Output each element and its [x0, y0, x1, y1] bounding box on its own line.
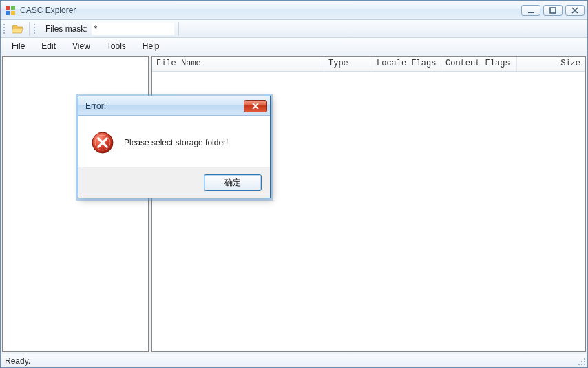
statusbar: Ready.: [1, 354, 587, 367]
files-mask-input[interactable]: [92, 23, 174, 35]
error-icon: [91, 131, 114, 154]
dialog-close-button[interactable]: [244, 100, 267, 112]
toolbar-separator: [29, 22, 30, 36]
dialog-body: Please select storage folder!: [78, 116, 270, 167]
list-header: File Name Type Locale Flags Content Flag…: [152, 57, 585, 72]
menubar: File Edit View Tools Help: [1, 38, 587, 54]
toolbar-separator: [178, 22, 179, 36]
status-text: Ready.: [5, 356, 30, 366]
toolbar-grip[interactable]: [34, 23, 37, 35]
main-window: CASC Explorer Files mask:: [0, 0, 588, 368]
svg-point-9: [578, 364, 580, 365]
resize-grip-icon[interactable]: [578, 358, 586, 366]
menu-edit[interactable]: Edit: [33, 38, 64, 54]
svg-rect-5: [550, 8, 556, 13]
svg-point-11: [584, 358, 585, 360]
files-mask-label: Files mask:: [45, 24, 87, 34]
svg-rect-0: [6, 6, 10, 10]
menu-help[interactable]: Help: [134, 38, 168, 54]
svg-rect-2: [6, 11, 10, 15]
col-size[interactable]: Size: [517, 57, 585, 71]
col-file-name[interactable]: File Name: [152, 57, 324, 71]
toolbar: Files mask:: [1, 20, 587, 38]
menu-file[interactable]: File: [3, 38, 33, 54]
col-type[interactable]: Type: [324, 57, 372, 71]
window-title: CASC Explorer: [20, 6, 76, 15]
svg-point-7: [581, 364, 582, 365]
close-button[interactable]: [565, 5, 585, 16]
error-dialog: Error!: [78, 96, 271, 198]
app-icon: [5, 5, 16, 16]
menu-view[interactable]: View: [64, 38, 98, 54]
svg-point-10: [581, 361, 582, 362]
open-folder-icon[interactable]: [12, 23, 25, 35]
dialog-title: Error!: [85, 101, 106, 111]
svg-rect-1: [11, 6, 15, 10]
svg-point-6: [584, 364, 585, 365]
svg-rect-4: [528, 12, 534, 13]
svg-rect-3: [11, 11, 15, 15]
menu-tools[interactable]: Tools: [98, 38, 134, 54]
dialog-ok-button[interactable]: 确定: [204, 174, 262, 191]
minimize-button[interactable]: [521, 5, 540, 16]
window-controls: [521, 5, 585, 16]
svg-point-8: [584, 361, 585, 362]
col-content-flags[interactable]: Content Flags: [441, 57, 517, 71]
dialog-message: Please select storage folder!: [124, 138, 228, 147]
dialog-button-row: 确定: [78, 167, 270, 198]
toolbar-grip[interactable]: [3, 23, 7, 35]
dialog-titlebar[interactable]: Error!: [78, 96, 270, 116]
col-locale-flags[interactable]: Locale Flags: [372, 57, 441, 71]
maximize-button[interactable]: [543, 5, 563, 16]
titlebar: CASC Explorer: [1, 1, 587, 20]
